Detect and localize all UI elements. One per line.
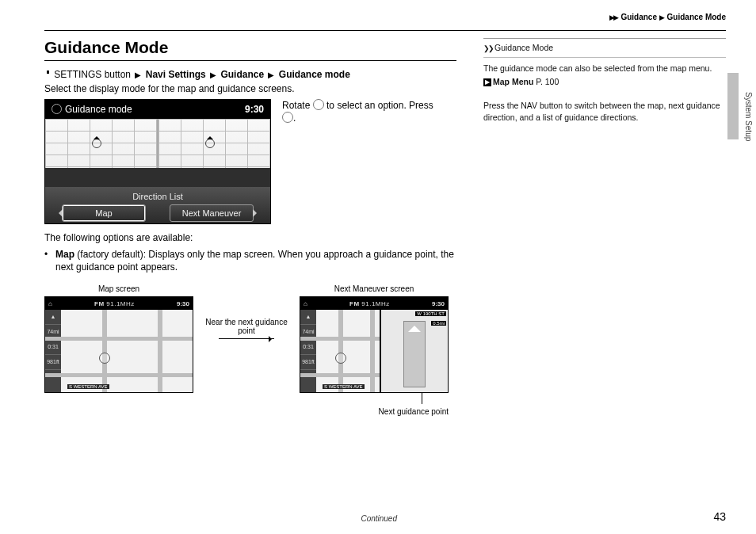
section-label: System Setup [744,92,753,141]
arrow-right-icon [219,338,274,339]
screen-title: Guidance mode [65,104,132,115]
map-sidebar: ▲74mi0:31981ft [45,310,61,392]
double-chevron-icon: ❯❯ [483,44,493,52]
page-number: 43 [713,510,726,523]
cross-reference: ▶Map Menu P. 100 [483,76,726,88]
clock: 9:30 [245,104,264,115]
caret-left-icon [55,209,63,217]
transition-label: Near the next guidance point [204,284,288,339]
side-column: ❯❯Guidance Mode The guidance mode can al… [483,38,726,502]
maneuver-inset: W 190TH ST 0.5mi [380,310,448,392]
screenshot-row: Guidance mode 9:30 Direction List Map [44,99,456,224]
page-title: Guidance Mode [44,38,456,61]
continued-label: Continued [361,514,397,523]
breadcrumb-section: Guidance [620,13,657,21]
side-paragraph: The guidance mode can also be selected f… [483,63,726,74]
map-screenshot: ⌂FM 91.1MHz9:30 ▲74mi0:31981ft S WESTERN… [44,296,193,393]
map-examples: Map screen ⌂FM 91.1MHz9:30 ▲74mi0:31981f… [44,284,456,416]
map-screen-example: Map screen ⌂FM 91.1MHz9:30 ▲74mi0:31981f… [44,284,193,393]
breadcrumb: ▶▶ Guidance ▶ Guidance Mode [609,13,726,21]
option-bullet: • Map (factory default): Displays only t… [55,248,456,273]
clock: 9:30 [177,300,189,307]
gear-icon [52,104,62,114]
footer: Continued 43 [44,510,726,523]
option-map[interactable]: Map [62,204,146,222]
intro-text: Select the display mode for the map and … [44,83,456,94]
vehicle-pin-icon [99,353,110,364]
map-sidebar: ▲74mi0:31981ft [300,310,316,392]
vehicle-pin-icon [335,353,346,364]
nav-path: SETTINGS button ▶ Navi Settings ▶ Guidan… [44,69,456,80]
screen-header: Guidance mode 9:30 [45,100,270,119]
dial-icon [313,99,324,110]
inset-distance: 0.5mi [431,321,446,326]
option-name: Map [55,249,74,260]
home-icon: ⌂ [304,300,307,307]
guidance-mode-screen: Guidance mode 9:30 Direction List Map [44,99,271,224]
path-step: Guidance [220,69,264,80]
next-maneuver-example: Next Maneuver screen ⌂FM 91.1MHz9:30 ▲74… [300,284,449,416]
press-icon [282,112,293,123]
breadcrumb-page: Guidance Mode [667,13,726,21]
hand-cursor-icon [44,69,52,80]
vehicle-cursor-icon [205,139,215,148]
clock: 9:30 [432,300,445,307]
reference-icon: ▶ [483,78,491,86]
side-heading: ❯❯Guidance Mode [483,42,726,54]
bullet-icon: • [44,248,48,261]
next-maneuver-screenshot: ⌂FM 91.1MHz9:30 ▲74mi0:31981ft S WESTERN… [300,296,449,393]
street-name: S WESTERN AVE [323,384,365,389]
chevron-right-icon: ▶▶ [609,13,617,21]
side-tab [727,73,739,139]
map-preview [45,119,270,168]
content: Guidance Mode SETTINGS button ▶ Navi Set… [44,38,726,502]
turn-arrow-icon [403,321,426,387]
manual-page: ▶▶ Guidance ▶ Guidance Mode System Setup… [0,0,756,534]
option-desc: (factory default): Displays only the map… [55,249,454,273]
side-paragraph: Press the NAV button to switch between t… [483,100,726,124]
option-bar: Direction List Map Next Maneuver [45,187,270,223]
rotate-instruction: Rotate to select an option. Press . [282,99,441,124]
option-next-maneuver[interactable]: Next Maneuver [170,204,254,222]
triangle-right-icon: ▶ [210,71,216,79]
example-label: Next Maneuver screen [300,284,449,293]
options-heading: The following options are available: [44,232,456,243]
path-step: Navi Settings [146,69,206,80]
screen-body: Direction List Map Next Maneuver [45,119,270,223]
callout-line [422,393,422,404]
example-label: Map screen [44,284,193,293]
chevron-right-icon: ▶ [659,13,663,21]
home-icon: ⌂ [48,300,52,307]
main-column: Guidance Mode SETTINGS button ▶ Navi Set… [44,38,456,502]
top-rule [44,30,726,31]
direction-list-label: Direction List [45,192,270,201]
path-step: Guidance mode [279,69,350,80]
triangle-right-icon: ▶ [135,71,141,79]
triangle-right-icon: ▶ [268,71,274,79]
vehicle-cursor-icon [92,139,101,148]
inset-street: W 190TH ST [415,311,446,316]
path-prefix: SETTINGS button [54,69,131,80]
divider [483,57,726,58]
callout-label: Next guidance point [300,407,449,416]
caret-right-icon [253,209,261,217]
street-name: S WESTERN AVE [67,384,109,389]
